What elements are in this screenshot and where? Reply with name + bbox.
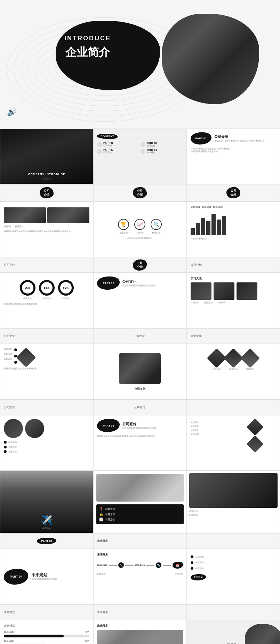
- building-image: [162, 14, 259, 104]
- circle-labels: 标题添加 标题添加 标题添加: [4, 441, 89, 453]
- culture-img-2: [214, 282, 234, 300]
- culture-img-label-3: 标题添加: [218, 301, 226, 304]
- part03-cell: PART 03 公司宣传 标题添加标题添加标题添加标题添加 标题添加标题添加标题…: [93, 415, 186, 471]
- part04-title: 未来规划: [32, 572, 57, 578]
- city-img: [96, 474, 183, 502]
- part04-desc: 标题添加标题添加标题添加: [32, 578, 57, 580]
- culture-img-labels: 标题添加 标题添加 标题添加: [191, 301, 276, 304]
- dot-label-2: 标题添加: [191, 561, 276, 564]
- icons-cell: 🏆 标题添加 📈 标题添加 🔍 标题添加 标题添加标题添加标题添加: [93, 201, 186, 257]
- diamond-item-2: 标题添加: [226, 351, 240, 371]
- calendar-icon: 📅: [176, 564, 179, 567]
- part03-badge: PART 03: [97, 419, 120, 432]
- growth-icon: 📈: [99, 518, 103, 521]
- building-right-img: [189, 473, 278, 508]
- icon-label-1: 标题添加: [119, 231, 128, 234]
- culture-label-cell-1: 公司文化: [0, 257, 93, 273]
- pie-label-3: 标题添加: [62, 297, 70, 300]
- dot-label-1: 标题添加: [191, 555, 276, 558]
- timeline-period-1: 2008-2018: [97, 564, 107, 566]
- progress-item-1: 标题添加 70%: [4, 630, 89, 637]
- culture2-label-3: 公司文化: [187, 328, 280, 344]
- title-content: INTRODUCE 企业简介: [64, 35, 111, 60]
- culture-label-3: 公司介绍: [191, 263, 202, 267]
- thankyou-cell: 演示完毕 感谢观看: [187, 620, 280, 644]
- diamond-right-1: [247, 419, 264, 436]
- thankyou-building: [245, 624, 280, 644]
- row-future-header: PART 04 未来规划: [0, 533, 280, 549]
- timeline-point-1: 🔧: [118, 562, 124, 568]
- pie-label-2: 标题添加: [42, 297, 51, 300]
- menu-item-p2: PART 02公司文化: [141, 142, 183, 147]
- icon-list-item-2: 🔒 标题添加: [99, 512, 181, 516]
- row-slides-2: COMPANY INTRODUCE 标题添加 CONTENT PART 01公司…: [0, 129, 280, 184]
- culture-label-cell-2: 公司 介绍: [93, 257, 186, 273]
- menu-item-p1: PART 01公司介绍: [97, 142, 139, 147]
- row-progress-final: 未来规划 标题添加 70% 标题添加 50% 标题添加 80%: [0, 620, 280, 644]
- bar-5: [211, 214, 216, 235]
- thankyou-text: 演示完毕 感谢观看: [224, 643, 242, 644]
- icon-item-1: 🏆 标题添加: [118, 219, 129, 234]
- pie-item-1: 66% 标题添加: [20, 280, 35, 300]
- culture-label-1: 公司文化: [4, 263, 15, 267]
- part04-main-badge: PART 04: [4, 569, 28, 585]
- part02-desc: 标题添加标题添加标题添加标题添加: [122, 284, 156, 287]
- future-label-2: 未来规划: [93, 533, 186, 549]
- barchart-cell: 标题添加 标题添加 标题添加 标题添加标题添加: [187, 201, 280, 257]
- future2-label-3: [187, 604, 280, 620]
- progress-item-2: 标题添加 50%: [4, 639, 89, 644]
- chart-icon: 📈: [134, 219, 145, 230]
- pie-item-3: 66% 标题添加: [58, 280, 74, 300]
- thankyou-line1: 演示完毕: [224, 643, 242, 644]
- pie-charts-cell: 66% 标题添加 53% 标题添加 66% 标题添加 标题添加标题添加标题添加标…: [0, 273, 93, 328]
- dot-item-1: [191, 555, 193, 558]
- thumb-icons-cell: 标题添加 标题添加 标题添加标题添加标题添加标题添加标题添加标题添加标题添加标题…: [0, 201, 93, 257]
- part03-title: 公司宣传: [122, 422, 156, 427]
- culture-right-cell: 标题添加 标题添加 标题添加 标题添加: [187, 415, 280, 471]
- label-2: 公司 介绍: [133, 187, 147, 198]
- pie-label-1: 标题添加: [23, 297, 32, 300]
- future-label-1: PART 04: [0, 533, 93, 549]
- dot-item-2: [191, 561, 193, 564]
- timeline-line-2: [125, 565, 134, 565]
- dot-item-3: [191, 567, 193, 570]
- diamond-img-r1: [207, 348, 227, 368]
- timeline-line-4: [163, 565, 171, 565]
- icon-item-2: 📈 标题添加: [134, 219, 145, 234]
- dot-3: [14, 361, 17, 364]
- pie-desc: 标题添加标题添加标题添加标题添加: [4, 303, 89, 305]
- icons-row: 🏆 标题添加 📈 标题添加 🔍 标题添加: [118, 219, 162, 234]
- company-introduce-cell: COMPANY INTRODUCE 标题添加: [0, 129, 93, 184]
- content-badge: CONTENT: [97, 134, 118, 139]
- timeline-point-2: 🔩: [156, 562, 161, 568]
- culture-building-label: 公司文化: [134, 387, 145, 391]
- progress-fill-1: [4, 635, 64, 637]
- bullet-3: [4, 450, 7, 453]
- culture-img-label-1: 标题添加: [191, 301, 199, 304]
- culture-blob-label: 公司 介绍: [133, 259, 147, 271]
- culture-right-text: 标题添加 标题添加 标题添加 标题添加: [191, 421, 233, 450]
- thumb-1: [4, 207, 46, 223]
- part02-badge: PART 02: [97, 276, 120, 290]
- icon-item-3: 🔍 标题添加: [151, 219, 162, 234]
- thumb-2: [47, 207, 89, 223]
- diamonds-grid: 标题添加 标题添加 标题添加: [191, 351, 276, 371]
- timeline-line-3: [146, 565, 154, 565]
- timeline-cell: 未来规划 2008-2018 🔧 2019-2029 🔩 📅 标题添加 标题添加: [93, 549, 186, 604]
- diamond-item-1: 标题添加: [210, 351, 224, 371]
- part02-title: 公司文化: [122, 279, 156, 284]
- bar-7: [222, 216, 226, 235]
- icon-label-3: 标题添加: [152, 231, 160, 234]
- building-right-cell: 标题添加 标题添加: [187, 471, 280, 533]
- culture-right-grid: 标题添加 标题添加 标题添加 标题添加: [191, 421, 276, 450]
- dot-label-3: 标题添加: [191, 567, 276, 570]
- timeline-end-blob: 📅: [173, 562, 183, 569]
- icon-label-2: 标题添加: [136, 231, 144, 234]
- culture-img-label-2: 标题添加: [204, 301, 213, 304]
- diamond-item-3: 标题添加: [243, 351, 257, 371]
- title-chinese: 企业简介: [64, 45, 111, 60]
- culture-text-left-row1: 标题添加 标题添加 标题添加: [4, 348, 89, 364]
- content-menu-grid: PART 01公司介绍 PART 02公司文化 PART 03公司宣传 PART…: [97, 142, 183, 154]
- bullet-2: [4, 446, 7, 448]
- culture-text-left: 标题添加 标题添加 标题添加 标题添加标题添加标题添加标题添加: [0, 344, 93, 399]
